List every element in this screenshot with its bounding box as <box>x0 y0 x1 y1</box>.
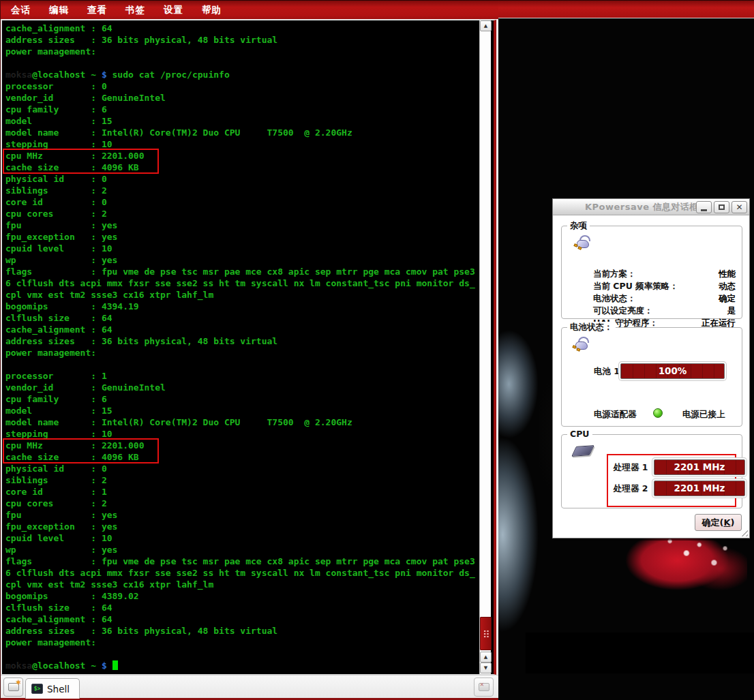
scrollbar-thumb[interactable] <box>480 617 492 650</box>
scroll-down-icon[interactable]: ▼ <box>480 663 492 673</box>
cpu-row: 处理器 2 2201 MHz <box>614 481 732 502</box>
battery-label: 电池 1 <box>594 366 620 378</box>
maximize-button[interactable] <box>714 201 729 213</box>
ok-button[interactable]: 确定(K) <box>695 514 742 531</box>
minimize-icon <box>701 209 707 211</box>
menu-item[interactable]: 设置 <box>164 4 183 16</box>
video-red-fabric <box>563 527 747 646</box>
misc-row-value: 是 <box>727 305 736 318</box>
terminal-lines: cache_alignment : 64address sizes : 36 b… <box>5 22 479 671</box>
group-cpu-legend: CPU <box>567 429 592 439</box>
new-session-icon <box>8 683 19 691</box>
new-session-button[interactable] <box>3 678 23 697</box>
terminal-cursor <box>112 660 118 670</box>
kpowersave-dialog: KPowersave 信息对话框 ✕ 杂项 当前方案： 性能 <box>552 198 750 538</box>
ac-adapter-label: 电源适配器 <box>594 409 637 421</box>
maximize-icon <box>719 204 725 210</box>
terminal-viewport[interactable]: cache_alignment : 64address sizes : 36 b… <box>1 20 496 675</box>
misc-row-label: 当前 CPU 频率策略： <box>593 281 678 293</box>
menu-item[interactable]: 编辑 <box>49 4 69 16</box>
misc-row: 当前 CPU 频率策略： 动态 <box>593 281 736 293</box>
terminal-scrollbar[interactable]: ▲ ▲ ▼ <box>479 20 491 674</box>
ac-adapter-status: 电源已接上 <box>682 409 725 421</box>
misc-row: 可以设定亮度： 是 <box>593 305 736 318</box>
group-cpu: CPU 处理器 1 2201 MHz 处理器 2 2201 MHz <box>561 434 742 508</box>
close-icon: ✕ <box>736 203 742 211</box>
misc-row: 当前方案： 性能 <box>593 269 736 281</box>
scroll-up-bottom-icon[interactable]: ▲ <box>480 652 492 663</box>
cpu-chip-icon <box>571 445 594 457</box>
menu-item[interactable]: 帮助 <box>202 4 222 16</box>
konsole-menubar: 会话编辑查看书签设置帮助 <box>1 0 498 19</box>
group-battery: 电池状态： 电池 1 100% 电源适配器 电源已接上 <box>561 327 742 427</box>
group-misc-legend: 杂项 <box>567 220 590 232</box>
misc-row-label: 可以设定亮度： <box>593 305 653 318</box>
group-battery-legend: 电池状态： <box>567 322 616 333</box>
konsole-window: 会话编辑查看书签设置帮助 cache_alignment : 64address… <box>0 0 498 700</box>
menu-item[interactable]: 查看 <box>87 4 107 16</box>
highlight-box-cpu0 <box>3 149 159 174</box>
misc-row-value: 性能 <box>719 269 736 281</box>
video-dark-band <box>526 633 754 673</box>
group-misc: 杂项 当前方案： 性能 当前 CPU 频率策略： 动态 <box>561 226 742 319</box>
video-window-titlebar[interactable] <box>498 0 754 18</box>
close-button[interactable]: ✕ <box>732 201 747 213</box>
scroll-up-icon[interactable]: ▲ <box>480 20 492 31</box>
konsole-tabbar: $> Shell <box>1 675 499 698</box>
cpu-row-label: 处理器 1 <box>614 462 648 474</box>
power-plug-icon <box>574 236 592 251</box>
ac-adapter-led-icon <box>653 408 663 418</box>
cpu-frequency-bar: 2201 MHz <box>654 481 745 496</box>
cpu-row-label: 处理器 2 <box>614 483 648 495</box>
dialog-title: KPowersave 信息对话框 <box>585 201 699 213</box>
dialog-titlebar[interactable]: KPowersave 信息对话框 ✕ <box>553 199 749 215</box>
shell-icon: $> <box>31 684 43 694</box>
tab-shell[interactable]: $> Shell <box>25 678 80 699</box>
misc-row-label: 当前方案： <box>593 269 636 281</box>
misc-row-value: 动态 <box>719 281 736 293</box>
cpu-row: 处理器 1 2201 MHz <box>614 459 732 481</box>
misc-row-label: 电池状态： <box>593 293 636 305</box>
battery-progressbar: 100% <box>620 363 725 379</box>
desktop: 会话编辑查看书签设置帮助 cache_alignment : 64address… <box>0 0 754 700</box>
battery-plug-icon <box>573 337 590 352</box>
detach-session-icon <box>479 683 489 691</box>
highlight-box-cpu1 <box>3 438 159 463</box>
menu-item[interactable]: 书签 <box>125 4 145 16</box>
tab-shell-label: Shell <box>47 684 70 695</box>
misc-row-value: 确定 <box>719 293 736 305</box>
cpu-frequency-bar: 2201 MHz <box>654 459 745 475</box>
minimize-button[interactable] <box>696 201 712 213</box>
detach-session-button[interactable] <box>474 678 494 697</box>
menu-item[interactable]: 会话 <box>11 4 31 16</box>
misc-row: 电池状态： 确定 <box>593 293 736 305</box>
